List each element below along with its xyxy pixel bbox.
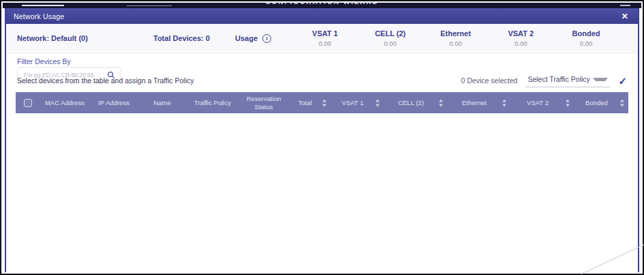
- stat-label: Ethernet: [423, 29, 489, 38]
- chevron-down-icon: [593, 78, 608, 81]
- select-all-checkbox[interactable]: [24, 99, 32, 107]
- background-artifact: [22, 5, 64, 6]
- stat-column: Bonded0.00: [553, 29, 619, 47]
- column-header-label: IP Address: [98, 99, 129, 106]
- total-devices-label: Total Devices: 0: [153, 34, 235, 42]
- network-summary-label: Network: Default (0): [17, 34, 153, 42]
- sort-asc-icon[interactable]: [322, 99, 326, 102]
- info-icon[interactable]: i: [262, 34, 271, 43]
- background-page-strip: CONFIGURATION WIZARD: [3, 3, 641, 8]
- sort-asc-icon[interactable]: [502, 99, 506, 102]
- column-header-traffic-policy: Traffic Policy: [186, 92, 239, 113]
- stat-value: 0.00: [488, 40, 553, 47]
- stat-column: Ethernet0.00: [423, 29, 489, 47]
- stat-value: 0.00: [358, 40, 423, 47]
- column-header-ethernet[interactable]: Ethernet: [447, 92, 510, 113]
- usage-summary-bar: Network: Default (0) Total Devices: 0 Us…: [6, 24, 638, 53]
- column-header-bonded[interactable]: Bonded: [574, 92, 628, 113]
- filter-section: Filter Devices By Select devices from th…: [6, 53, 638, 92]
- select-all-cell: [16, 92, 40, 113]
- column-header-label: Traffic Policy: [194, 99, 231, 106]
- stat-column: CELL (2)0.00: [358, 29, 423, 47]
- stat-column: VSAT 20.00: [488, 29, 553, 47]
- stat-label: VSAT 2: [488, 29, 553, 38]
- column-header-total[interactable]: Total: [288, 92, 331, 113]
- sort-desc-icon[interactable]: [502, 104, 506, 106]
- sort-icons[interactable]: [566, 99, 570, 106]
- window-frame: CONFIGURATION WIZARD Network Usage ✕ Net…: [0, 0, 644, 275]
- stat-value: 0.00: [553, 40, 619, 47]
- device-table-body: [6, 113, 638, 272]
- column-header-mac-address: MAC Address: [40, 92, 89, 113]
- usage-label: Usage: [235, 34, 258, 42]
- column-header-label: Total: [298, 99, 311, 106]
- screen: CONFIGURATION WIZARD Network Usage ✕ Net…: [0, 0, 644, 275]
- sort-desc-icon[interactable]: [375, 104, 380, 106]
- stat-column: VSAT 10.00: [292, 29, 358, 47]
- selection-instruction: Select devices from the table and assign…: [17, 76, 194, 85]
- sort-asc-icon[interactable]: [620, 99, 624, 102]
- column-header-label: VSAT 1: [342, 99, 364, 106]
- stat-value: 0.00: [292, 40, 358, 47]
- sort-icons[interactable]: [375, 99, 380, 106]
- background-artifact: [127, 5, 172, 6]
- column-header-label: Name: [153, 99, 170, 106]
- sort-desc-icon[interactable]: [620, 104, 624, 106]
- stat-label: VSAT 1: [292, 29, 358, 38]
- sort-icons[interactable]: [502, 99, 506, 106]
- traffic-policy-dropdown-value: Select Traffic Policy: [527, 75, 589, 83]
- stat-value: 0.00: [423, 40, 489, 47]
- column-header-reservation-status: Reservation Status: [239, 92, 288, 113]
- network-usage-dialog: Network Usage ✕ Network: Default (0) Tot…: [5, 8, 639, 272]
- background-page-title: CONFIGURATION WIZARD: [3, 3, 641, 6]
- sort-asc-icon[interactable]: [566, 99, 570, 102]
- dialog-title: Network Usage: [14, 12, 64, 20]
- background-artifact: [620, 5, 630, 6]
- column-header-vsat-1[interactable]: VSAT 1: [331, 92, 384, 113]
- column-header-label: Ethernet: [462, 99, 487, 106]
- selection-row: Select devices from the table and assign…: [17, 74, 627, 87]
- column-header-ip-address: IP Address: [89, 92, 138, 113]
- sort-icons[interactable]: [620, 99, 624, 106]
- selection-controls: 0 Device selected Select Traffic Policy …: [461, 74, 627, 87]
- sort-desc-icon[interactable]: [439, 104, 443, 106]
- filter-devices-label: Filter Devices By: [17, 57, 71, 66]
- sort-icons[interactable]: [439, 99, 443, 106]
- column-header-cell-2[interactable]: CELL (2): [384, 92, 447, 113]
- sort-asc-icon[interactable]: [375, 99, 380, 102]
- stats-usage-columns: VSAT 10.00CELL (2)0.00Ethernet0.00VSAT 2…: [292, 29, 638, 47]
- column-header-name: Name: [138, 92, 186, 113]
- sort-asc-icon[interactable]: [439, 99, 443, 102]
- column-header-label: Reservation Status: [241, 95, 286, 111]
- column-header-label: MAC Address: [45, 99, 85, 106]
- dialog-titlebar: Network Usage ✕: [6, 8, 638, 24]
- sort-desc-icon[interactable]: [322, 104, 326, 106]
- device-selected-count: 0 Device selected: [461, 76, 518, 85]
- sort-icons[interactable]: [322, 99, 326, 106]
- table-header: MAC AddressIP AddressNameTraffic PolicyR…: [16, 92, 628, 113]
- apply-policy-check-icon[interactable]: ✓: [618, 76, 627, 86]
- stat-label: Bonded: [553, 29, 619, 38]
- column-header-label: CELL (2): [398, 99, 424, 106]
- close-icon[interactable]: ✕: [619, 12, 630, 21]
- stat-label: CELL (2): [358, 29, 423, 38]
- usage-group: Usage i: [235, 34, 292, 43]
- column-header-vsat-2[interactable]: VSAT 2: [510, 92, 574, 113]
- traffic-policy-dropdown[interactable]: Select Traffic Policy: [525, 74, 610, 87]
- column-header-label: VSAT 2: [527, 99, 549, 106]
- column-header-label: Bonded: [585, 99, 608, 106]
- sort-desc-icon[interactable]: [566, 104, 570, 106]
